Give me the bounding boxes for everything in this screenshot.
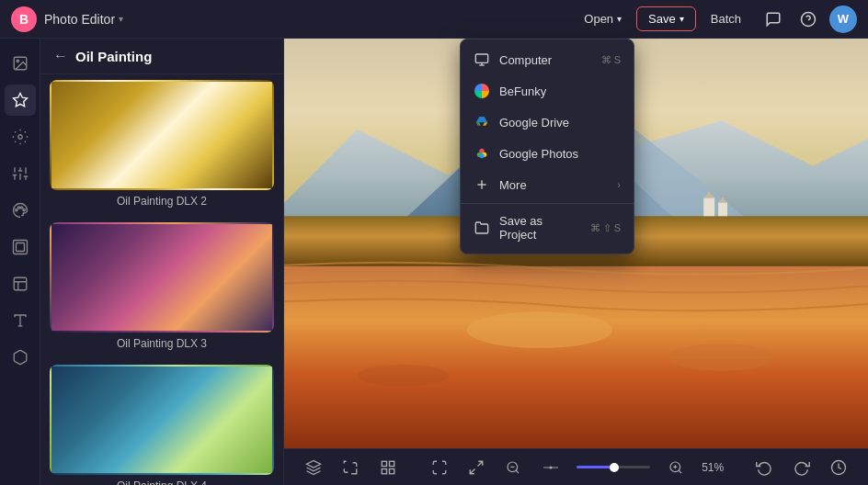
svg-rect-40 (389, 461, 394, 466)
svg-rect-39 (382, 461, 386, 466)
menu-item-gdrive-label: Google Drive (499, 116, 621, 130)
zoom-out-icon-button[interactable] (502, 455, 524, 480)
list-item[interactable]: Oil Painting DLX 2 (40, 74, 283, 217)
svg-point-14 (15, 209, 17, 211)
menu-item-computer-shortcut: ⌘ S (601, 54, 621, 66)
main-layout: ← Oil Painting Oil Painting DLX 2 Oil Pa… (0, 39, 868, 485)
layers-icon-button[interactable] (303, 455, 325, 480)
app-logo: B (11, 6, 37, 32)
svg-rect-42 (382, 468, 386, 473)
filter-title: Oil Painting (75, 49, 152, 64)
topbar: B Photo Editor ▾ Open ▾ Save ▾ Batch (0, 0, 868, 39)
menu-item-gphotos-label: Google Photos (499, 147, 621, 161)
svg-rect-19 (16, 243, 24, 252)
menu-item-befunky[interactable]: BeFunky (461, 75, 634, 107)
batch-label: Batch (711, 12, 741, 26)
zoom-percent-label: 51% (702, 461, 724, 474)
svg-marker-38 (307, 460, 321, 468)
filter-panel: ← Oil Painting Oil Painting DLX 2 Oil Pa… (40, 39, 284, 485)
sidebar-icon-adjust[interactable] (5, 158, 36, 189)
svg-rect-41 (389, 468, 394, 473)
menu-item-computer[interactable]: Computer ⌘ S (461, 44, 634, 75)
fullscreen-icon-button[interactable] (428, 455, 451, 480)
topbar-icons: W (760, 6, 857, 33)
sidebar-icon-graphics[interactable] (5, 342, 36, 373)
zoom-control (577, 466, 650, 468)
chat-icon-button[interactable] (760, 6, 787, 33)
save-label: Save (648, 12, 676, 26)
list-item[interactable]: Oil Painting DLX 3 (40, 217, 283, 359)
google-drive-icon (474, 114, 490, 130)
save-dropdown-menu: Computer ⌘ S BeFunky Google Drive (460, 39, 634, 254)
app-name-button[interactable]: Photo Editor ▾ (44, 12, 123, 27)
sidebar-icon-effects[interactable] (5, 85, 36, 116)
monitor-icon (474, 51, 490, 68)
bottom-toolbar: 51% (284, 448, 868, 485)
menu-item-befunky-label: BeFunky (499, 85, 621, 98)
svg-point-15 (17, 207, 19, 209)
svg-point-59 (479, 153, 484, 158)
svg-rect-34 (284, 266, 868, 448)
zoom-in-icon-button[interactable] (665, 455, 687, 480)
filter-back-button[interactable]: ← (53, 48, 68, 64)
save-chevron-icon: ▾ (680, 14, 684, 24)
menu-divider (461, 203, 634, 204)
menu-item-save-project-shortcut: ⌘ ⇧ S (590, 222, 621, 234)
batch-button[interactable]: Batch (700, 7, 752, 30)
sidebar-icon-overlays[interactable] (5, 268, 36, 299)
filter-header: ← Oil Painting (40, 39, 283, 74)
svg-rect-32 (718, 202, 727, 216)
history-icon-button[interactable] (828, 455, 850, 480)
svg-rect-18 (13, 241, 27, 254)
svg-rect-30 (703, 197, 714, 216)
save-button[interactable]: Save ▾ (636, 6, 696, 31)
menu-item-save-project[interactable]: Save as Project ⌘ ⇧ S (461, 207, 634, 249)
undo-icon-button[interactable] (753, 455, 775, 480)
svg-point-47 (549, 466, 552, 468)
redo-icon-button[interactable] (790, 455, 812, 480)
svg-rect-53 (475, 54, 487, 62)
user-avatar[interactable]: W (829, 6, 857, 33)
svg-line-49 (679, 470, 681, 473)
sidebar-icon-text[interactable] (5, 305, 36, 336)
filter-list: Oil Painting DLX 2 Oil Painting DLX 3 Oi… (40, 74, 283, 485)
menu-item-computer-label: Computer (499, 53, 592, 67)
svg-rect-20 (14, 277, 27, 290)
topbar-actions: Open ▾ Save ▾ Batch (573, 6, 752, 31)
grid-icon-button[interactable] (377, 455, 399, 480)
filter-name: Oil Painting DLX 4 (50, 479, 274, 485)
menu-item-save-project-label: Save as Project (499, 214, 581, 242)
filter-thumbnail (50, 365, 274, 475)
app-name-label: Photo Editor (44, 12, 115, 27)
plus-icon (474, 176, 490, 193)
sidebar-icon-art[interactable] (5, 195, 36, 226)
app-name-chevron-icon: ▾ (119, 14, 123, 24)
list-item[interactable]: Oil Painting DLX 4 (40, 359, 283, 485)
svg-point-16 (20, 207, 22, 209)
sidebar-icon-image[interactable] (5, 48, 36, 79)
user-initial: W (838, 12, 849, 26)
zoom-fit-icon-button[interactable] (465, 455, 487, 480)
svg-line-44 (517, 470, 520, 473)
filter-name: Oil Painting DLX 3 (50, 337, 274, 350)
open-button[interactable]: Open ▾ (573, 7, 633, 30)
filter-name: Oil Painting DLX 2 (50, 195, 274, 208)
zoom-slider[interactable] (577, 466, 650, 468)
crop-icon-button[interactable] (339, 455, 361, 480)
menu-item-gdrive[interactable]: Google Drive (461, 107, 634, 138)
sidebar-icon-frames[interactable] (5, 231, 36, 263)
filter-thumbnail (50, 222, 274, 333)
svg-point-36 (668, 344, 777, 371)
zoom-reset-icon-button[interactable] (540, 455, 562, 480)
more-arrow-icon: › (617, 179, 621, 190)
svg-point-4 (17, 135, 22, 140)
menu-item-gphotos[interactable]: Google Photos (461, 138, 634, 169)
befunky-icon (474, 83, 490, 99)
open-chevron-icon: ▾ (617, 14, 622, 24)
sidebar-icon-retouch[interactable] (5, 121, 36, 152)
open-label: Open (584, 12, 613, 26)
svg-point-37 (358, 365, 449, 387)
help-icon-button[interactable] (794, 6, 822, 33)
svg-point-3 (17, 60, 18, 62)
menu-item-more[interactable]: More › (461, 169, 634, 200)
